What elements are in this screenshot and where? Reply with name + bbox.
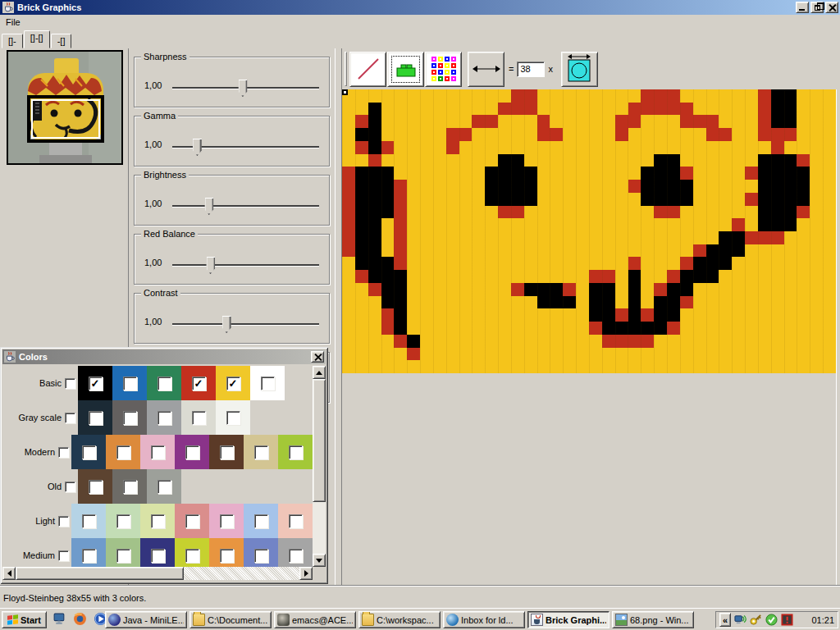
mosaic-pixel[interactable] — [589, 89, 602, 103]
taskbar-task[interactable]: Java - MiniLE... — [105, 611, 187, 628]
slider-thumb[interactable] — [222, 316, 231, 333]
mosaic-pixel[interactable] — [680, 283, 693, 296]
mosaic-pixel[interactable] — [628, 180, 641, 193]
color-swatch-checkbox[interactable] — [192, 411, 206, 425]
mosaic-pixel[interactable] — [576, 154, 589, 167]
mosaic-pixel[interactable] — [719, 180, 732, 193]
mosaic-pixel[interactable] — [498, 180, 511, 193]
mosaic-pixel[interactable] — [394, 270, 407, 283]
mosaic-pixel[interactable] — [550, 283, 563, 296]
palette-tool-button[interactable] — [425, 52, 462, 87]
mosaic-pixel[interactable] — [420, 103, 433, 116]
mosaic-pixel[interactable] — [771, 206, 784, 219]
mosaic-pixel[interactable] — [654, 154, 667, 167]
mosaic-pixel[interactable] — [615, 244, 628, 258]
mosaic-pixel[interactable] — [511, 322, 524, 335]
mosaic-pixel[interactable] — [693, 296, 706, 309]
mosaic-pixel[interactable] — [615, 360, 628, 373]
mosaic-pixel[interactable] — [654, 296, 667, 309]
mosaic-pixel[interactable] — [771, 244, 784, 258]
mosaic-pixel[interactable] — [446, 218, 459, 231]
mosaic-pixel[interactable] — [368, 180, 381, 193]
mosaic-pixel[interactable] — [472, 141, 485, 154]
mosaic-pixel[interactable] — [615, 335, 628, 348]
color-swatch-checkbox[interactable] — [220, 445, 234, 459]
toolbar-grip[interactable] — [345, 52, 347, 86]
mosaic-pixel[interactable] — [615, 257, 628, 270]
mosaic-pixel[interactable] — [810, 89, 823, 103]
mosaic-pixel[interactable] — [732, 270, 745, 283]
mosaic-pixel[interactable] — [654, 244, 667, 258]
mosaic-pixel[interactable] — [459, 283, 472, 296]
mosaic-pixel[interactable] — [537, 270, 550, 283]
color-swatch-checkbox[interactable] — [151, 445, 165, 459]
mosaic-pixel[interactable] — [485, 348, 498, 361]
mosaic-pixel[interactable] — [810, 193, 823, 206]
mosaic-pixel[interactable] — [472, 206, 485, 219]
mosaic-pixel[interactable] — [524, 360, 537, 373]
mosaic-pixel[interactable] — [641, 128, 654, 141]
mosaic-pixel[interactable] — [342, 283, 355, 296]
mosaic-pixel[interactable] — [628, 218, 641, 231]
mosaic-pixel[interactable] — [498, 218, 511, 231]
mosaic-pixel[interactable] — [771, 322, 784, 335]
mosaic-pixel[interactable] — [433, 270, 446, 283]
mosaic-pixel[interactable] — [771, 103, 784, 116]
mosaic-pixel[interactable] — [823, 206, 836, 219]
mosaic-pixel[interactable] — [355, 296, 368, 309]
mosaic-pixel[interactable] — [771, 141, 784, 154]
mosaic-pixel[interactable] — [537, 180, 550, 193]
mosaic-pixel[interactable] — [446, 115, 459, 128]
mosaic-pixel[interactable] — [745, 154, 758, 167]
mosaic-pixel[interactable] — [693, 115, 706, 128]
mosaic-pixel[interactable] — [342, 270, 355, 283]
mosaic-pixel[interactable] — [745, 231, 758, 244]
mosaic-pixel[interactable] — [771, 193, 784, 206]
mosaic-pixel[interactable] — [745, 193, 758, 206]
mosaic-pixel[interactable] — [446, 206, 459, 219]
mosaic-pixel[interactable] — [810, 206, 823, 219]
mosaic-pixel[interactable] — [381, 283, 395, 296]
mosaic-pixel[interactable] — [550, 348, 563, 361]
slider-thumb[interactable] — [204, 198, 213, 215]
mosaic-pixel[interactable] — [368, 348, 381, 361]
mosaic-pixel[interactable] — [433, 115, 446, 128]
mosaic-pixel[interactable] — [576, 89, 589, 103]
mosaic-pixel[interactable] — [368, 115, 381, 128]
mosaic-pixel[interactable] — [407, 257, 420, 270]
mosaic-pixel[interactable] — [511, 180, 524, 193]
mosaic-pixel[interactable] — [472, 89, 485, 103]
color-swatch-checkbox[interactable] — [82, 549, 96, 563]
mosaic-pixel[interactable] — [485, 103, 498, 116]
mosaic-pixel[interactable] — [615, 218, 628, 231]
mosaic-pixel[interactable] — [589, 218, 602, 231]
mosaic-pixel[interactable] — [459, 141, 472, 154]
mosaic-pixel[interactable] — [745, 257, 758, 270]
mosaic-pixel[interactable] — [355, 89, 368, 103]
tab-split-right[interactable]: -[] — [51, 34, 72, 48]
mosaic-pixel[interactable] — [355, 167, 368, 180]
mosaic-pixel[interactable] — [472, 154, 485, 167]
mosaic-pixel[interactable] — [446, 141, 459, 154]
mosaic-pixel[interactable] — [680, 193, 693, 206]
mosaic-pixel[interactable] — [615, 308, 628, 322]
mosaic-pixel[interactable] — [667, 141, 680, 154]
mosaic-pixel[interactable] — [563, 103, 576, 116]
mosaic-pixel[interactable] — [784, 335, 797, 348]
mosaic-pixel[interactable] — [550, 193, 563, 206]
mosaic-pixel[interactable] — [355, 128, 368, 141]
mosaic-pixel[interactable] — [524, 322, 537, 335]
mosaic-pixel[interactable] — [563, 141, 576, 154]
mosaic-pixel[interactable] — [537, 218, 550, 231]
mosaic-pixel[interactable] — [797, 103, 810, 116]
mosaic-pixel[interactable] — [641, 360, 654, 373]
mosaic-pixel[interactable] — [524, 180, 537, 193]
mosaic-pixel[interactable] — [498, 231, 511, 244]
mosaic-pixel[interactable] — [706, 193, 719, 206]
mosaic-pixel[interactable] — [498, 348, 511, 361]
mosaic-pixel[interactable] — [667, 193, 680, 206]
mosaic-pixel[interactable] — [641, 231, 654, 244]
mosaic-pixel[interactable] — [563, 296, 576, 309]
mosaic-pixel[interactable] — [459, 270, 472, 283]
mosaic-pixel[interactable] — [732, 257, 745, 270]
